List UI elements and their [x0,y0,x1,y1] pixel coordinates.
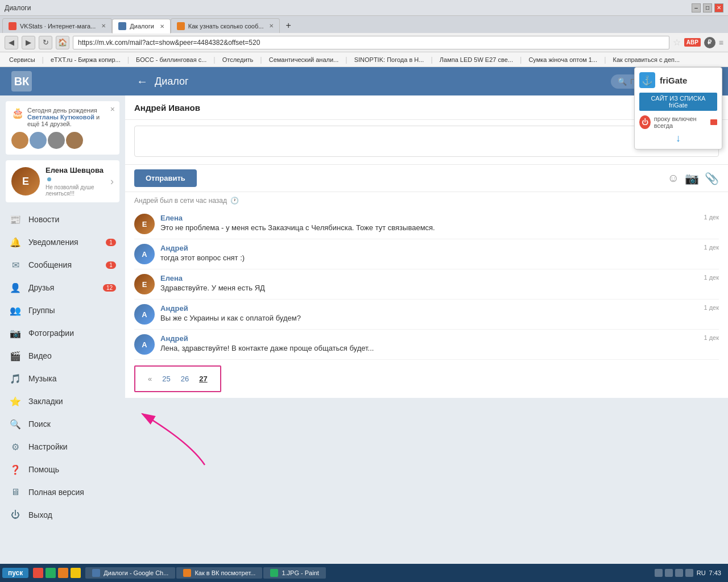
nav-label-notifications: Уведомления [28,238,99,247]
page-prev-button[interactable]: « [144,373,155,384]
taskbar-app-paint[interactable]: 1.JPG - Paint [263,567,325,579]
profile-expand-icon[interactable]: › [110,176,114,188]
msg-time-4: 1 дек [704,304,719,311]
message-row-2: А Андрей тогда этот вопрос снят :) 1 дек [134,239,719,269]
msg-sender-4: Андрей [160,304,188,313]
sidebar-item-notifications[interactable]: 🔔 Уведомления 1 [0,231,125,253]
taskbar-icon-2 [46,568,56,578]
nav-label-search: Поиск [28,419,116,429]
page-27-button[interactable]: 27 [196,373,210,384]
main-area-wrapper: Андрей Иванов ⌄ Отправить ☺ 📷 📎 [125,95,728,564]
attach-icon[interactable]: 📎 [705,172,719,185]
flag-icon [710,119,717,125]
header-center: ← Диалог [136,75,189,88]
home-button[interactable]: 🏠 [56,36,69,49]
bookmark-sinoptik[interactable]: SINOPTIK: Погода в Н... [350,55,429,64]
page-26-button[interactable]: 26 [177,373,192,384]
taskbar-tray: RU 7:43 [650,569,726,577]
page-25-button[interactable]: 25 [159,373,173,384]
frigate-down-arrow-icon[interactable]: ↓ [639,132,717,144]
bookmark-kak[interactable]: Как справиться с деп... [609,55,685,64]
sidebar-item-friends[interactable]: 👤 Друзья 12 [0,276,125,299]
tab-close-active-icon[interactable]: ✕ [160,23,164,30]
new-tab-button[interactable]: + [280,18,296,33]
bookmark-lampa[interactable]: Лампа LED 5W E27 све... [435,55,518,64]
vk-sidebar: × 🎂 Сегодня день рождения Светланы Кутюк… [0,95,125,564]
sidebar-item-full-version[interactable]: 🖥 Полная версия [0,481,125,504]
tray-time-display: 7:43 [709,569,721,576]
nav-label-music: Музыка [28,374,116,383]
msg-sender-3: Елена [160,274,183,282]
ruble-button[interactable]: ₽ [704,37,715,48]
frigate-logo-icon: ⚓ [642,75,653,86]
sidebar-item-settings[interactable]: ⚙ Настройки [0,435,125,458]
sidebar-item-news[interactable]: 📰 Новости [0,208,125,231]
profile-name[interactable]: Елена Шевцова [46,166,105,183]
vk-logo: ВК [14,75,30,88]
online-indicator [47,177,51,181]
refresh-button[interactable]: ↻ [39,36,52,49]
msg-time-1: 1 дек [704,214,719,221]
profile-name-text: Елена Шевцова [46,166,104,174]
bookmark-etxt[interactable]: eTXT.ru - Биржа копир... [46,55,125,64]
proxy-power-icon[interactable]: ⏻ [639,115,651,129]
maximize-button[interactable]: □ [703,3,712,13]
sidebar-item-search[interactable]: 🔍 Поиск [0,413,125,435]
bookmark-otsledit[interactable]: Отследить [218,55,258,64]
sidebar-item-messages[interactable]: ✉ Сообщения 1 [0,253,125,276]
taskbar-icon-1 [33,568,43,578]
profile-avatar[interactable]: Е [11,167,40,196]
bookmark-star-icon[interactable]: ☆ [673,37,681,48]
bookmark-semantic[interactable]: Семантический анали... [264,55,344,64]
birthday-name[interactable]: Светланы Кутюковой [27,114,94,120]
sidebar-item-bookmarks[interactable]: ⭐ Закладки [0,390,125,413]
tab-favicon-3 [177,22,185,30]
taskbar-icon-4 [71,568,81,578]
back-dialog-button[interactable]: ← [136,75,148,88]
bookmark-services[interactable]: Сервисы [5,55,40,64]
msg-body-5: Андрей Лена, здравствуйте! В контакте да… [160,334,698,352]
taskbar-icons [31,568,83,578]
menu-button[interactable]: ≡ [719,38,723,47]
sidebar-item-help[interactable]: ❓ Помощь [0,458,125,481]
tab-close-3-icon[interactable]: ✕ [269,23,274,29]
nav-label-video: Видео [28,351,116,360]
back-button[interactable]: ◀ [5,36,18,49]
birthday-close-button[interactable]: × [110,105,115,114]
send-button[interactable]: Отправить [134,169,197,187]
tab-how[interactable]: Как узнать сколько сооб... ✕ [171,18,280,33]
vk-logo-box: ВК [11,71,32,92]
messages-badge: 1 [106,261,116,269]
start-button[interactable]: пуск [2,568,28,578]
bookmark-sumka[interactable]: Сумка жіноча оптом 1... [524,55,602,64]
friends-badge: 12 [103,284,116,292]
frigate-logo: ⚓ [639,72,655,88]
forward-button[interactable]: ▶ [22,36,35,49]
taskbar-app-kak[interactable]: Как в ВК посмотрет... [176,567,262,579]
messages-list: Е Елена Это не проблема - у меня есть За… [125,209,728,360]
address-input[interactable] [73,36,669,49]
sidebar-item-photos[interactable]: 📷 Фотографии [0,322,125,344]
message-textarea[interactable] [134,126,719,157]
taskbar-app-icon-2 [183,569,191,577]
tab-close-icon[interactable]: ✕ [101,23,106,29]
tab-dialogi[interactable]: Диалоги ✕ [112,19,171,34]
sidebar-item-groups[interactable]: 👥 Группы [0,299,125,322]
tab-vkstats[interactable]: VKStats · Интернет-мага... ✕ [2,18,112,33]
frigate-site-button[interactable]: САЙТ ИЗ СПИСКА friGate [639,93,717,111]
taskbar-icon-3 [58,568,68,578]
emoji-icon[interactable]: ☺ [668,172,679,185]
close-button[interactable]: ✕ [714,3,723,13]
sidebar-item-music[interactable]: 🎵 Музыка [0,367,125,390]
online-status: Андрей был в сети час назад 🕐 [125,192,728,209]
photo-attach-icon[interactable]: 📷 [685,172,699,185]
taskbar-app-dialogi[interactable]: Диалоги - Google Ch... [85,567,175,579]
sidebar-item-video[interactable]: 🎬 Видео [0,344,125,367]
bookmark-boss[interactable]: БОСС - биллинговая с... [131,55,211,64]
window-controls: – □ ✕ [692,3,723,13]
msg-text-2: тогда этот вопрос снят :) [160,253,698,262]
sidebar-item-logout[interactable]: ⏻ Выход [0,504,125,526]
tab-bar: VKStats · Интернет-мага... ✕ Диалоги ✕ К… [0,16,728,33]
minimize-button[interactable]: – [692,3,701,13]
bookmarks-icon: ⭐ [9,395,22,408]
